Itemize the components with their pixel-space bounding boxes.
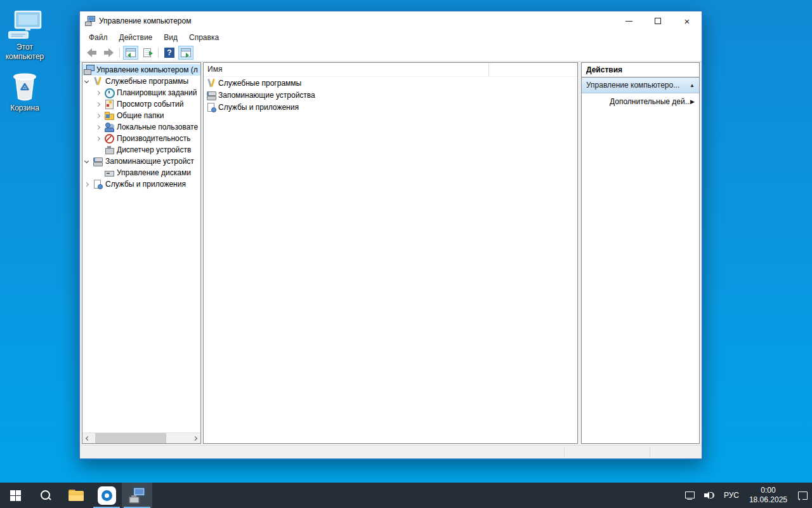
tree-item-label: Управление компьютером (л [96,65,198,74]
chevron-down-icon[interactable] [84,158,89,163]
show-console-tree-icon [126,48,136,57]
show-action-pane-button[interactable] [178,46,193,60]
tree-item-services-applications[interactable]: Службы и приложения [82,178,200,190]
chevron-right-icon [193,436,197,440]
windows-logo-icon [10,490,21,501]
tree-item-device-manager[interactable]: Диспетчер устройств [82,144,200,156]
scrollbar-track[interactable] [92,433,191,443]
tree-item-disk-management[interactable]: Управление дисками [82,167,200,178]
chevron-left-icon [86,436,90,440]
scrollbar-thumb[interactable] [95,433,166,444]
toolbar-separator [158,48,159,58]
browser-button[interactable] [91,483,122,508]
maximize-button[interactable] [643,11,672,30]
tree-item-computer-management[interactable]: Управление компьютером (л [82,64,200,76]
list-item-label: Службы и приложения [218,103,299,112]
actions-pane: Действия Управление компьютеро... ▲ Допо… [581,62,700,444]
chevron-right-icon[interactable] [96,113,100,117]
chevron-right-icon[interactable] [96,136,100,140]
back-button[interactable] [84,46,100,60]
clock-time: 0:00 [749,486,787,495]
chevron-right-icon[interactable] [96,90,100,95]
admin-tools-icon [206,78,216,88]
close-icon: × [684,17,690,26]
tree-item-label: Службы и приложения [105,180,186,189]
menu-file[interactable]: Файл [83,30,114,44]
tree-item-task-scheduler[interactable]: Планировщик заданий [82,87,200,98]
storage-icon [206,90,216,100]
desktop-icon-recycle-bin[interactable]: Корзина [0,70,49,113]
more-actions-item[interactable]: Дополнительные дей... ▶ [582,93,699,109]
export-list-button[interactable] [140,46,155,60]
search-icon [40,490,51,501]
computer-management-icon [85,16,95,26]
tree-item-shared-folders[interactable]: Общие папки [82,110,200,121]
storage-icon [93,156,103,166]
collapse-group-icon[interactable]: ▲ [690,83,695,88]
tree-item-event-viewer[interactable]: Просмотр событий [82,98,200,110]
console-tree: Управление компьютером (л Служебные прог… [82,63,200,432]
device-manager-icon [104,145,114,155]
computer-management-taskbar-button[interactable] [122,483,152,508]
search-button[interactable] [30,483,61,508]
network-tray-button[interactable] [679,483,699,508]
horizontal-scrollbar[interactable] [82,432,200,443]
start-button[interactable] [0,483,30,508]
actions-group-computer-management[interactable]: Управление компьютеро... ▲ [582,77,699,93]
clock[interactable]: 0:00 18.06.2025 [743,483,793,508]
status-bar-separator [564,448,565,457]
tree-item-storage[interactable]: Запоминающие устройст [82,156,200,167]
tree-item-local-users-groups[interactable]: Локальные пользовате [82,121,200,133]
tree-item-label: Диспетчер устройств [117,145,191,154]
desktop-icon-label: Корзина [0,104,49,113]
submenu-arrow-icon: ▶ [690,98,695,105]
menu-view[interactable]: Вид [158,30,183,44]
desktop-icon-this-pc[interactable]: Этот компьютер [0,10,49,62]
volume-icon [704,490,715,500]
shared-folders-icon [104,110,114,121]
list-item-system-tools[interactable]: Служебные программы [204,77,577,89]
help-button[interactable]: ? [162,46,177,60]
computer-management-icon [129,487,145,504]
column-header-name[interactable]: Имя [204,63,489,76]
tree-item-performance[interactable]: Производительность [82,133,200,144]
tree-item-label: Планировщик заданий [117,88,197,97]
tree-item-label: Локальные пользовате [117,123,198,131]
tree-item-system-tools[interactable]: Служебные программы [82,76,200,87]
list-item-storage[interactable]: Запоминающие устройства [204,89,577,101]
task-scheduler-icon [104,88,114,98]
forward-icon [103,48,114,57]
menu-help[interactable]: Справка [183,30,225,44]
scroll-left-button[interactable] [82,433,92,444]
chevron-right-icon[interactable] [84,182,89,186]
chevron-right-icon[interactable] [96,102,100,106]
chevron-down-icon[interactable] [84,78,89,83]
results-list-panel: Имя Служебные программы Запоминающие уст… [203,62,578,444]
menu-bar: Файл Действие Вид Справка [80,30,702,44]
file-explorer-button[interactable] [61,483,91,508]
list-item-services-applications[interactable]: Службы и приложения [204,101,577,113]
forward-button[interactable] [101,46,116,60]
chevron-right-icon[interactable] [96,124,100,129]
scroll-right-button[interactable] [191,433,200,444]
toolbar: ? [80,44,702,62]
minimize-button[interactable] [614,11,643,30]
actions-pane-header: Действия [582,63,699,77]
taskbar: РУС 0:00 18.06.2025 [0,483,812,508]
console-tree-panel: Управление компьютером (л Служебные прог… [82,62,201,444]
services-applications-icon [93,179,103,189]
title-bar[interactable]: Управление компьютером × [80,11,702,30]
language-indicator[interactable]: РУС [719,483,743,508]
performance-icon [104,133,114,144]
more-actions-label: Дополнительные дей... [610,97,690,106]
tree-item-label: Общие папки [117,111,164,120]
action-center-button[interactable] [793,483,812,508]
show-console-tree-button[interactable] [123,46,138,60]
computer-management-window: Управление компьютером × Файл Действие В… [79,10,703,460]
admin-tools-icon [93,76,103,86]
browser-icon [98,486,116,505]
disk-management-icon [104,168,114,178]
close-button[interactable]: × [672,11,702,30]
volume-tray-button[interactable] [699,483,719,508]
menu-action[interactable]: Действие [114,30,159,44]
